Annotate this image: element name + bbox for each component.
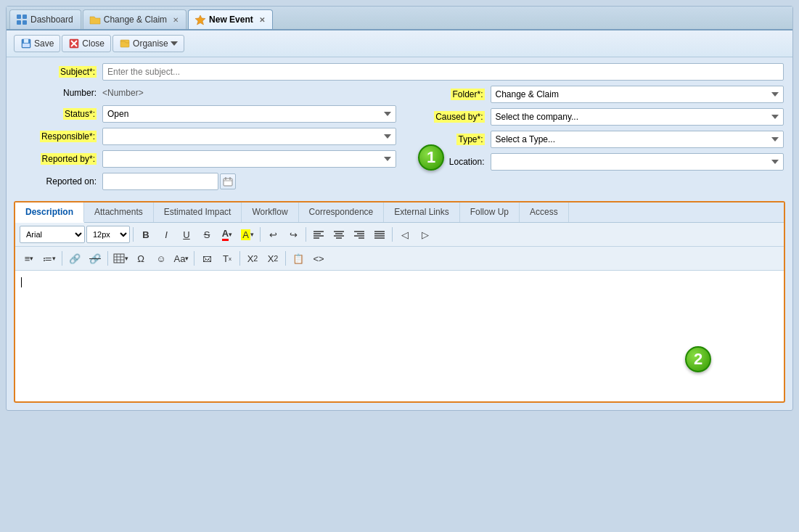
rte-toolbar-row2: ≡▾ ≔▾ 🔗 🔗 ▾ Ω ☺ Aa▾ (15, 247, 784, 271)
toolbar-sep-3 (306, 227, 306, 242)
reported-on-row: Reported on: (15, 173, 396, 190)
form-grid: Number: <Number> Status*: Open Closed Pe… (15, 86, 784, 195)
clear-format-button[interactable]: Tx (218, 250, 237, 267)
strikethrough-button[interactable]: S (197, 226, 216, 243)
tab-workflow[interactable]: Workflow (242, 202, 298, 222)
dashboard-icon (16, 14, 28, 25)
type-label: Type*: (403, 134, 485, 144)
status-select[interactable]: Open Closed Pending In Progress (102, 105, 396, 123)
rte-toolbar-row1: Arial 12px B I U S A ▾ A ▾ ↩ ↪ (15, 223, 784, 247)
toolbar-sep-7 (194, 251, 194, 266)
subject-input[interactable] (102, 63, 784, 81)
italic-button[interactable]: I (157, 226, 176, 243)
tab-estimated-impact[interactable]: Estimated Impact (154, 202, 242, 222)
location-row: Location: (403, 153, 784, 171)
undo-button[interactable]: ↩ (263, 226, 282, 243)
tab-new-event[interactable]: New Event ✕ (188, 9, 273, 29)
align-left-button[interactable] (309, 226, 328, 243)
table-button[interactable]: ▾ (111, 250, 130, 267)
toolbar-sep-5 (62, 251, 62, 266)
align-justify-icon (374, 230, 385, 239)
callout-badge-2: 2 (685, 346, 711, 372)
tab-follow-up[interactable]: Follow Up (460, 202, 520, 222)
font-family-select[interactable]: Arial (20, 226, 85, 243)
unordered-list-button[interactable]: ≡▾ (20, 250, 38, 267)
tab-change-claim[interactable]: Change & Claim ✕ (83, 9, 187, 29)
align-right-icon (354, 230, 364, 239)
tab-dashboard-label: Dashboard (30, 15, 73, 25)
type-row: Type*: Select a Type... (403, 131, 784, 148)
svg-rect-32 (114, 254, 124, 263)
special-char-button[interactable]: Ω (131, 250, 150, 267)
svg-marker-4 (195, 15, 205, 25)
unlink-button[interactable]: 🔗 (86, 250, 105, 267)
caused-by-select[interactable]: Select the company... (491, 108, 784, 126)
new-event-icon (194, 14, 206, 25)
underline-button[interactable]: U (177, 226, 196, 243)
stamp-button[interactable]: 🖂 (197, 250, 216, 267)
tab-access[interactable]: Access (520, 202, 569, 222)
calendar-button[interactable] (220, 173, 236, 189)
link-button[interactable]: 🔗 (65, 250, 84, 267)
format-button[interactable]: Aa▾ (172, 250, 191, 267)
close-button[interactable]: Close (62, 35, 111, 52)
source-code-button[interactable]: <> (309, 250, 328, 267)
save-label: Save (34, 38, 54, 49)
location-select[interactable] (491, 153, 784, 171)
bold-button[interactable]: B (136, 226, 155, 243)
number-value: <Number> (102, 86, 396, 100)
number-row: Number: <Number> (15, 86, 396, 100)
form-right-col: Folder*: Change & Claim Caused by*: S (403, 86, 784, 195)
paste-special-button[interactable]: 📋 (289, 250, 308, 267)
subscript-button[interactable]: X2 (243, 250, 262, 267)
callout-badge-1: 1 (418, 144, 444, 171)
svg-rect-2 (17, 20, 21, 25)
folder-select[interactable]: Change & Claim (491, 86, 784, 103)
rte-content-area[interactable]: 2 (15, 271, 784, 401)
svg-rect-7 (22, 44, 30, 47)
ordered-list-button[interactable]: ≔▾ (40, 250, 59, 267)
tab-new-event-close[interactable]: ✕ (259, 16, 265, 24)
save-button[interactable]: Save (14, 35, 60, 52)
toolbar-sep-2 (260, 227, 261, 242)
indent-left-button[interactable]: ◁ (396, 226, 414, 243)
organise-label: Organise (133, 38, 168, 49)
svg-rect-11 (120, 40, 129, 47)
folder-row: Folder*: Change & Claim (403, 86, 784, 103)
highlight-button[interactable]: A ▾ (238, 226, 257, 243)
caused-by-label: Caused by*: (403, 112, 485, 122)
font-size-select[interactable]: 12px (86, 226, 130, 243)
type-select[interactable]: Select a Type... (491, 131, 784, 148)
reported-by-row: Reported by*: (15, 150, 396, 168)
tab-correspondence[interactable]: Correspondence (299, 202, 385, 222)
tab-change-claim-label: Change & Claim (104, 15, 167, 25)
align-right-button[interactable] (350, 226, 369, 243)
tab-bar: Dashboard Change & Claim ✕ New Event ✕ (7, 7, 792, 30)
tab-change-claim-close[interactable]: ✕ (173, 16, 179, 24)
subject-row: Subject*: 1 (15, 63, 784, 81)
status-label: Status*: (15, 109, 97, 119)
tab-dashboard[interactable]: Dashboard (9, 9, 81, 29)
emoji-button[interactable]: ☺ (152, 250, 171, 267)
toolbar-sep-8 (239, 251, 240, 266)
text-cursor (21, 277, 22, 287)
align-justify-button[interactable] (370, 226, 389, 243)
tab-attachments[interactable]: Attachments (84, 202, 154, 222)
redo-button[interactable]: ↪ (284, 226, 303, 243)
reported-by-select[interactable] (102, 150, 396, 168)
toolbar-sep-6 (107, 251, 108, 266)
svg-rect-6 (24, 39, 28, 43)
tab-external-links[interactable]: External Links (384, 202, 459, 222)
toolbar-sep-1 (133, 227, 134, 242)
reported-on-input[interactable] (102, 173, 218, 190)
close-label: Close (82, 38, 105, 49)
superscript-button[interactable]: X2 (263, 250, 282, 267)
responsible-select[interactable] (102, 128, 396, 145)
organise-button[interactable]: Organise (112, 35, 184, 52)
tab-description[interactable]: Description (15, 202, 84, 223)
align-center-button[interactable] (329, 226, 348, 243)
reported-on-label: Reported on: (15, 176, 97, 187)
organise-dropdown-icon (171, 41, 178, 46)
font-color-button[interactable]: A ▾ (218, 226, 237, 243)
indent-right-button[interactable]: ▷ (416, 226, 435, 243)
